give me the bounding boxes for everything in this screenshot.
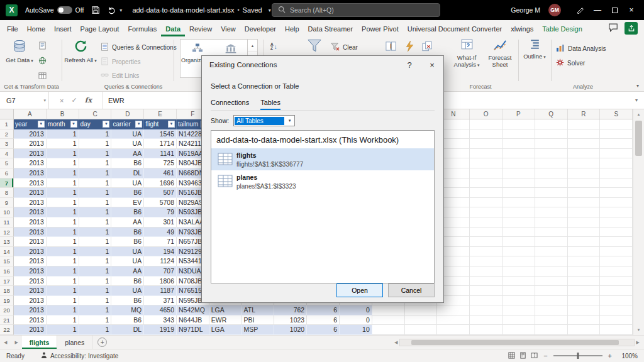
cell-E16[interactable]: 707 (144, 266, 177, 277)
insert-function-icon[interactable] (85, 96, 92, 104)
cell-R16[interactable] (568, 266, 601, 277)
cell-R8[interactable] (568, 188, 601, 198)
ribbon-tab-insert[interactable]: Insert (50, 22, 76, 36)
cell-D1[interactable]: carrier (111, 119, 144, 129)
forecast-sheet-button[interactable]: Forecast Sheet (486, 38, 514, 68)
sort-ascending-button[interactable] (270, 40, 286, 53)
scroll-up-icon[interactable] (633, 109, 644, 119)
cell-Q8[interactable] (535, 188, 568, 198)
normal-view-icon[interactable] (508, 352, 515, 360)
row-header-16[interactable]: 16 (0, 266, 14, 277)
cell-R13[interactable] (568, 237, 601, 247)
cell-O17[interactable] (470, 277, 502, 287)
cell-A8[interactable]: 2013 (14, 188, 47, 198)
cell-S12[interactable] (600, 228, 633, 238)
cell-B18[interactable]: 1 (47, 286, 79, 296)
from-table-range-icon[interactable] (36, 70, 48, 82)
ribbon-tab-xlwings[interactable]: xlwings (506, 22, 538, 36)
cell-P21[interactable] (502, 315, 535, 326)
cell-B6[interactable]: 1 (47, 168, 79, 178)
cell-S4[interactable] (600, 149, 633, 159)
cell-S7[interactable] (600, 178, 633, 189)
quick-access-dropdown-icon[interactable] (119, 8, 122, 13)
select-all-corner[interactable] (0, 109, 14, 119)
cell-R12[interactable] (568, 228, 601, 238)
cell-P12[interactable] (502, 228, 535, 238)
text-to-columns-icon[interactable] (385, 40, 397, 52)
cell-Q13[interactable] (535, 237, 568, 247)
sheet-tab-planes[interactable]: planes (57, 336, 92, 349)
cell-O5[interactable] (470, 158, 502, 168)
cell-C16[interactable]: 1 (79, 266, 112, 277)
dialog-close-button[interactable] (421, 56, 443, 74)
cell-S11[interactable] (600, 217, 633, 228)
zoom-slider-knob[interactable] (577, 353, 579, 359)
ribbon-tab-formulas[interactable]: Formulas (123, 22, 161, 36)
cell-P2[interactable] (502, 129, 535, 140)
cell-G20[interactable]: LGA (209, 305, 242, 315)
avatar[interactable]: GM (548, 4, 561, 16)
cell-C6[interactable]: 1 (79, 168, 112, 178)
cell-C4[interactable]: 1 (79, 149, 112, 159)
cell-F22[interactable]: N971DL (177, 325, 209, 335)
cell-A12[interactable]: 2013 (14, 228, 47, 238)
cell-S18[interactable] (600, 286, 633, 296)
cell-E9[interactable]: 5708 (144, 198, 177, 208)
cell-R7[interactable] (568, 178, 601, 189)
get-data-button[interactable]: Get Data (4, 38, 35, 64)
cell-G22[interactable]: LGA (209, 325, 242, 335)
zoom-level[interactable]: 100% (618, 353, 638, 359)
cell-R1[interactable] (568, 119, 601, 129)
cell-C3[interactable]: 1 (79, 139, 112, 149)
sheet-tab-flights[interactable]: flights (22, 336, 58, 349)
cell-R3[interactable] (568, 139, 601, 149)
cell-E2[interactable]: 1545 (144, 129, 177, 140)
gallery-up-icon[interactable] (248, 40, 257, 52)
zoom-in-button[interactable] (608, 352, 612, 359)
table-item-flights[interactable]: flights flights!$A$1:$K$336777 (211, 148, 434, 170)
cell-R4[interactable] (568, 149, 601, 159)
ribbon-tab-power-pivot[interactable]: Power Pivot (357, 22, 403, 36)
page-break-view-icon[interactable] (531, 352, 538, 360)
queries-connections-button[interactable]: Queries & Connections (101, 41, 177, 53)
cell-S19[interactable] (600, 296, 633, 306)
row-header-19[interactable]: 19 (0, 296, 14, 306)
remove-duplicates-icon[interactable] (421, 40, 433, 52)
cell-A16[interactable]: 2013 (14, 266, 47, 277)
cell-P7[interactable] (502, 178, 535, 189)
cell-A13[interactable]: 2013 (14, 237, 47, 247)
cell-S3[interactable] (600, 139, 633, 149)
cell-L21[interactable] (372, 315, 405, 326)
scroll-right-icon[interactable] (635, 340, 641, 345)
row-header-5[interactable]: 5 (0, 158, 14, 168)
cell-O3[interactable] (470, 139, 502, 149)
cell-D20[interactable]: MQ (111, 305, 144, 315)
cell-Q1[interactable] (535, 119, 568, 129)
ribbon-tab-universal-document-converter[interactable]: Universal Document Converter (403, 22, 506, 36)
expand-formula-bar-icon[interactable] (629, 92, 644, 109)
cell-S14[interactable] (600, 247, 633, 257)
cell-C19[interactable]: 1 (79, 296, 112, 306)
cell-P18[interactable] (502, 286, 535, 296)
cell-E17[interactable]: 1806 (144, 277, 177, 287)
cell-P4[interactable] (502, 149, 535, 159)
column-header-A[interactable]: A (14, 109, 47, 119)
refresh-all-button[interactable]: Refresh All (64, 38, 97, 64)
cell-I22[interactable]: 1020 (274, 325, 307, 335)
cell-C1[interactable]: day (79, 119, 112, 129)
cell-O21[interactable] (470, 315, 502, 326)
cell-B17[interactable]: 1 (47, 277, 79, 287)
from-text-csv-icon[interactable] (36, 40, 48, 52)
cell-K21[interactable]: 0 (340, 315, 372, 326)
cell-R21[interactable] (568, 315, 601, 326)
cell-Q18[interactable] (535, 286, 568, 296)
cell-S20[interactable] (600, 305, 633, 315)
column-header-B[interactable]: B (47, 109, 79, 119)
ribbon-tab-developer[interactable]: Developer (240, 22, 280, 36)
cell-R22[interactable] (568, 325, 601, 335)
cell-Q11[interactable] (535, 217, 568, 228)
cell-A11[interactable]: 2013 (14, 217, 47, 228)
row-header-7[interactable]: 7 (0, 178, 14, 189)
cell-N20[interactable] (437, 305, 470, 315)
cell-A19[interactable]: 2013 (14, 296, 47, 306)
